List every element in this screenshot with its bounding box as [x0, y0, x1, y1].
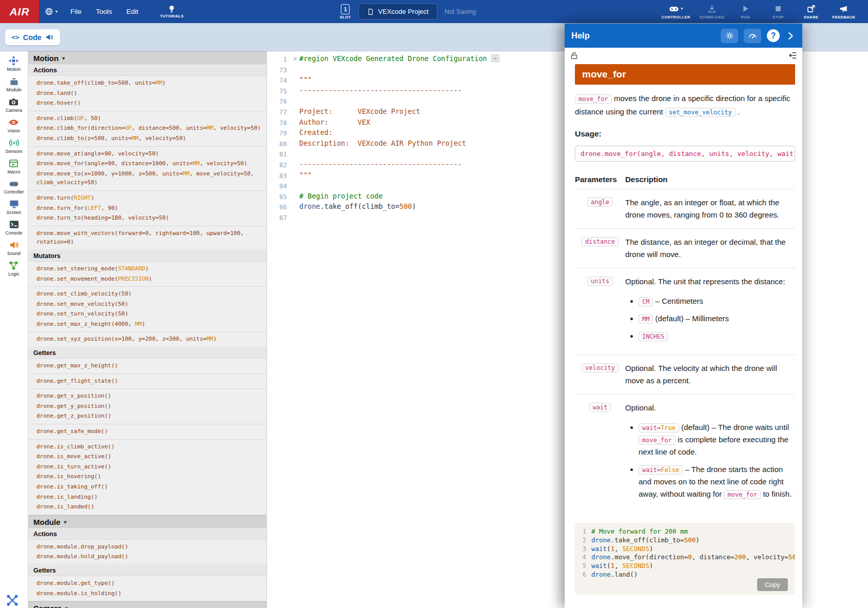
command-is_landed[interactable]: drone.is_landed(): [28, 502, 266, 512]
topbar-actions: ▾CONTROLLERDOWNLOADRUNSTOPSHAREFEEDBACK: [662, 4, 868, 19]
slot-selector[interactable]: 1 SLOT: [340, 4, 351, 19]
rail-item-console[interactable]: Console: [5, 219, 22, 236]
command-set_max_z_height[interactable]: drone.set_max_z_height(4000, MM): [28, 319, 266, 329]
help-panel-title: Help: [571, 31, 590, 41]
code-chip: move_for: [639, 436, 676, 445]
command-get_z_position[interactable]: drone.get_z_position(): [28, 411, 266, 421]
parameters-rows: angleThe angle, as an integer or float, …: [575, 189, 795, 513]
command-block: drone.climb(UP, 50)drone.climb_for(direc…: [28, 111, 266, 147]
fold-chevron-icon[interactable]: >: [291, 54, 299, 65]
tutorials-button[interactable]: TUTORIALS: [160, 5, 184, 18]
dropdown-caret-icon: ▾: [55, 10, 57, 14]
topbar-download-button[interactable]: DOWNLOAD: [700, 4, 724, 19]
fold-chevron-icon: [291, 191, 299, 202]
example-code-block: 1# Move forward for 200 mm2drone.take_of…: [575, 523, 795, 595]
topbar-run-button[interactable]: RUN: [734, 4, 757, 19]
code-mode-toggle[interactable]: <> Code: [5, 29, 60, 45]
help-collapse-button[interactable]: [785, 31, 796, 41]
command-set_steering_mode[interactable]: drone.set_steering_mode(STANDARD): [28, 264, 266, 274]
command-turn[interactable]: drone.turn(RIGHT): [28, 193, 266, 203]
parameters-table-header: Parameters Description: [575, 172, 795, 189]
command-get_y_position[interactable]: drone.get_y_position(): [28, 401, 266, 411]
code-link-chip[interactable]: set_move_velocity: [665, 108, 736, 117]
save-status: Not Saving: [445, 8, 476, 15]
command-set_climb_velocity[interactable]: drone.set_climb_velocity(50): [28, 289, 266, 299]
language-menu[interactable]: ▾: [39, 0, 63, 23]
command-move_at[interactable]: drone.move_at(angle=90, velocity=50): [28, 149, 266, 159]
command-move_to[interactable]: drone.move_to(x=1000, y=1000, z=500, uni…: [28, 169, 266, 188]
command-move_with_vectors[interactable]: drone.move_with_vectors(forward=0, right…: [28, 228, 266, 247]
command-climb_to[interactable]: drone.climb_to(z=500, units=MM, velocity…: [28, 133, 266, 144]
topbar-controller-button[interactable]: ▾CONTROLLER: [662, 4, 690, 19]
command-is_turn_active[interactable]: drone.is_turn_active(): [28, 462, 266, 472]
rail-item-sound[interactable]: Sound: [7, 240, 21, 256]
command-land[interactable]: drone.land(): [28, 88, 266, 99]
command-turn_for[interactable]: drone.turn_for(LEFT, 90): [28, 203, 266, 213]
help-command-title: move_for: [575, 64, 795, 85]
help-question-button[interactable]: ?: [767, 29, 780, 42]
command-set_move_velocity[interactable]: drone.set_move_velocity(50): [28, 299, 266, 309]
line-number: 82: [267, 160, 291, 170]
fold-chevron-icon: [291, 149, 299, 160]
command-get_x_position[interactable]: drone.get_x_position(): [28, 391, 266, 401]
help-dashboard-button[interactable]: [744, 29, 761, 43]
command-set_movement_mode[interactable]: drone.set_movement_mode(PRECISION): [28, 274, 266, 284]
command-is_move_active[interactable]: drone.is_move_active(): [28, 452, 266, 462]
menu-edit[interactable]: Edit: [119, 0, 145, 23]
command-is_landing[interactable]: drone.is_landing(): [28, 492, 266, 502]
command-is_hovering[interactable]: drone.is_hovering(): [28, 472, 266, 482]
command-block: drone.is_climb_active()drone.is_move_act…: [28, 440, 266, 515]
unlock-icon[interactable]: [570, 51, 578, 60]
command-move_for[interactable]: drone.move_for(angle=90, distance=1000, …: [28, 159, 266, 169]
rail-item-macro[interactable]: Macro: [7, 158, 20, 174]
rail-item-module[interactable]: Module: [6, 76, 22, 92]
rail-item-motion[interactable]: Motion: [7, 55, 21, 72]
command-turn_to[interactable]: drone.turn_to(heading=180, velocity=50): [28, 213, 266, 223]
command-is_climb_active[interactable]: drone.is_climb_active(): [28, 442, 266, 452]
rail-item-logic[interactable]: Logic: [8, 260, 20, 277]
command-climb_for[interactable]: drone.climb_for(direction=UP, distance=5…: [28, 123, 266, 133]
bullet-list: CM – CentimetersMM (default) – Millimete…: [625, 295, 795, 342]
command-is_taking_off[interactable]: drone.is_taking_off(): [28, 482, 266, 492]
topbar-stop-button[interactable]: STOP: [766, 4, 790, 19]
command-is_holding[interactable]: drone.module.is_holding(): [28, 589, 266, 599]
usage-code: drone.move_for(angle, distance, units, v…: [575, 146, 795, 162]
dock-icon[interactable]: [788, 51, 797, 60]
project-name-button[interactable]: VEXcode Project: [358, 4, 437, 19]
command-drop_payload[interactable]: drone.module.drop_payload(): [28, 542, 266, 552]
rail-item-controller[interactable]: Controller: [4, 179, 24, 194]
sensors-icon: [9, 138, 20, 148]
command-get_safe_mode[interactable]: drone.get_safe_mode(): [28, 426, 266, 437]
command-get_flight_state[interactable]: drone.get_flight_state(): [28, 376, 266, 386]
copy-button[interactable]: Copy: [757, 578, 788, 591]
topbar-share-button[interactable]: SHARE: [799, 4, 823, 19]
command-block: drone.set_steering_mode(STANDARD)drone.s…: [28, 262, 266, 287]
drone-icon[interactable]: [6, 594, 18, 608]
section-header-module[interactable]: Module▾: [28, 515, 266, 528]
section-header-motion[interactable]: Motion▾: [28, 51, 266, 65]
command-hover[interactable]: drone.hover(): [28, 98, 266, 108]
project-area: 1 SLOT VEXcode Project Not Saving: [340, 0, 476, 23]
code-brackets-icon: <>: [11, 33, 20, 41]
command-take_off[interactable]: drone.take_off(climb_to=500, units=MM): [28, 78, 266, 88]
rail-item-vision[interactable]: Vision: [8, 117, 20, 133]
command-set_turn_velocity[interactable]: drone.set_turn_velocity(50): [28, 309, 266, 319]
description-header-label: Description: [625, 175, 668, 184]
folded-region-badge[interactable]: ⋯: [491, 54, 499, 62]
section-header-camera[interactable]: Camera▾: [28, 601, 266, 608]
speaker-icon[interactable]: [45, 33, 54, 42]
rail-item-camera[interactable]: Camera: [6, 96, 22, 113]
help-settings-button[interactable]: [721, 29, 738, 43]
line-number: 86: [267, 202, 291, 212]
command-set_xyz_position[interactable]: drone.set_xyz_position(x=100, y=200, z=3…: [28, 334, 266, 344]
command-hold_payload[interactable]: drone.module.hold_payload(): [28, 552, 266, 562]
command-get_max_z_height[interactable]: drone.get_max_z_height(): [28, 361, 266, 371]
rail-item-sensors[interactable]: Sensors: [5, 138, 22, 154]
topbar-feedback-button[interactable]: FEEDBACK: [832, 4, 856, 19]
command-get_type[interactable]: drone.module.get_type(): [28, 578, 266, 589]
menu-tools[interactable]: Tools: [89, 0, 120, 23]
rail-item-screen[interactable]: Screen: [7, 199, 22, 215]
menu-file[interactable]: File: [63, 0, 89, 23]
fold-chevron-icon: [291, 86, 299, 96]
command-climb[interactable]: drone.climb(UP, 50): [28, 113, 266, 124]
